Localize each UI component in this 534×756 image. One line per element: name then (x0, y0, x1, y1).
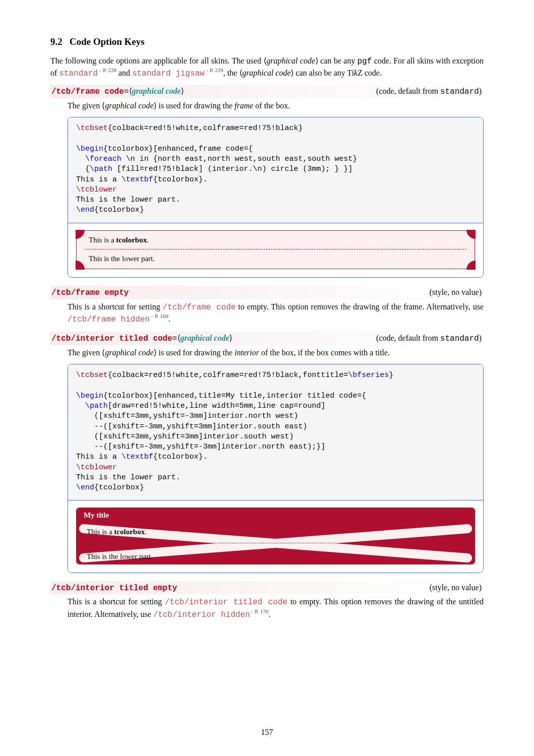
option-interior-titled-empty-desc: This is a shortcut for setting /tcb/inte… (68, 596, 484, 621)
ref-standard-jigsaw-page[interactable]: P. 229 (205, 67, 223, 73)
corner-dot-icon (466, 261, 476, 270)
option-interior-titled-code-header: /tcb/interior titled code=⟨graphical cod… (50, 332, 484, 345)
ref-frame-code[interactable]: /tcb/frame code (163, 303, 236, 312)
render-output-1: This is a tcolorbox. This is the lower p… (68, 223, 483, 278)
tcb-upper: This is a tcolorbox. (87, 527, 147, 537)
intro-paragraph: The following code options are applicabl… (50, 55, 484, 80)
section-title: Code Option Keys (70, 36, 145, 47)
option-key: /tcb/interior titled code (51, 334, 172, 343)
ref-standard-page[interactable]: P. 228 (98, 67, 116, 73)
ref-frame-hidden[interactable]: /tcb/frame hidden (68, 316, 150, 325)
example-frame-code: \tcbset{colback=red!5!white,colframe=red… (68, 117, 484, 278)
option-key: /tcb/frame empty (51, 288, 129, 299)
corner-dot-icon (76, 261, 85, 270)
page-number: 157 (50, 727, 484, 738)
option-frame-code-header: /tcb/frame code=⟨graphical code⟩ (code, … (50, 85, 484, 98)
code-listing-1: \tcbset{colback=red!5!white,colframe=red… (68, 117, 483, 223)
tcb-lower: This is the lower part. (87, 551, 153, 561)
option-frame-empty-header: /tcb/frame empty (style, no value) (50, 286, 484, 299)
section-number: 9.2 (50, 36, 62, 47)
ref-interior-titled-code[interactable]: /tcb/interior titled code (165, 598, 287, 607)
code-listing-2: \tcbset{colback=red!5!white,colframe=red… (68, 364, 483, 500)
tcb-title: My title (77, 508, 475, 522)
option-key: /tcb/frame code (51, 87, 124, 96)
ref-interior-hidden[interactable]: /tcb/interior hidden (153, 610, 250, 619)
ref-interior-hidden-page[interactable]: P. 170 (250, 608, 269, 614)
tcb-upper: This is a tcolorbox. (89, 235, 462, 245)
option-interior-titled-empty-header: /tcb/interior titled empty (style, no va… (50, 581, 484, 595)
tcb-lower: This is the lower part. (89, 254, 462, 264)
section-heading: 9.2 Code Option Keys (50, 35, 484, 48)
option-frame-code-desc: The given ⟨graphical code⟩ is used for d… (68, 100, 484, 111)
ref-frame-hidden-page[interactable]: P. 169 (150, 313, 168, 319)
corner-dot-icon (466, 230, 476, 239)
ref-standard[interactable]: standard (59, 70, 98, 79)
ref-standard-jigsaw[interactable]: standard jigsaw (132, 70, 205, 79)
render-output-2: My title This is a tcolorbox. This is th… (68, 500, 483, 572)
corner-dot-icon (76, 230, 85, 239)
option-interior-titled-code-desc: The given ⟨graphical code⟩ is used for d… (68, 347, 484, 358)
option-key: /tcb/interior titled empty (51, 583, 177, 594)
option-frame-empty-desc: This is a shortcut for setting /tcb/fram… (68, 301, 484, 326)
example-interior-titled: \tcbset{colback=red!5!white,colframe=red… (68, 364, 484, 573)
